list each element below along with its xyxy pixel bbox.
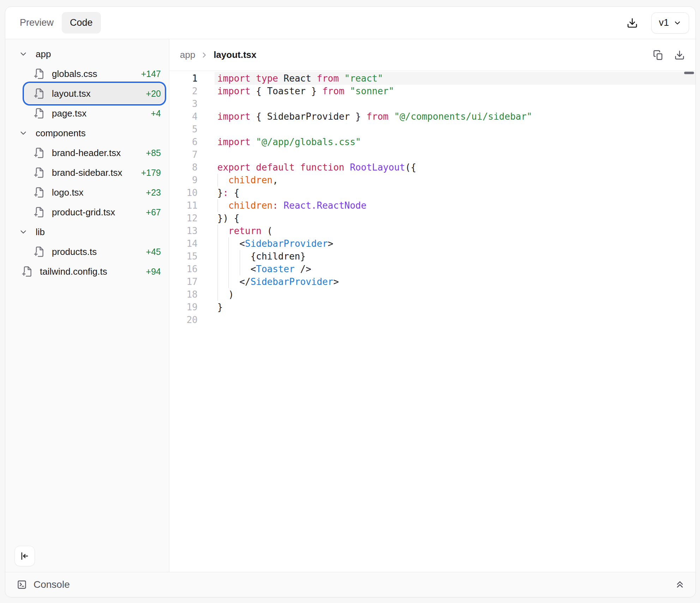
- line-content: </SidebarProvider>: [215, 275, 695, 288]
- line-content: import { SidebarProvider } from "@/compo…: [215, 110, 695, 123]
- line-content: export default function RootLayout({: [215, 161, 695, 174]
- indent-guide: [217, 288, 228, 301]
- collapse-sidebar-button[interactable]: [14, 546, 35, 566]
- line-content: <Toaster />: [215, 263, 695, 275]
- folder-name: app: [36, 49, 51, 60]
- diff-added-badge: +67: [146, 207, 161, 217]
- code-line: 1import type React from "react": [169, 72, 695, 85]
- file-row-logo-tsx[interactable]: logo.tsx+23: [25, 183, 164, 202]
- scrollbar-thumb[interactable]: [684, 72, 694, 74]
- folder-row-lib[interactable]: lib: [5, 222, 164, 242]
- main-area: appglobals.css+147layout.tsx+20page.tsx+…: [5, 39, 695, 572]
- indent-guide: [217, 263, 228, 275]
- download-code-button[interactable]: [674, 50, 685, 60]
- code-line: 3: [169, 97, 695, 110]
- version-label: v1: [659, 17, 669, 28]
- terminal-icon: [17, 580, 27, 590]
- code-panel: app layout.tsx: [169, 39, 695, 572]
- file-row-product-grid-tsx[interactable]: product-grid.tsx+67: [25, 202, 164, 222]
- line-content: children,: [215, 174, 695, 186]
- line-number: 5: [169, 123, 198, 136]
- diff-added-badge: +20: [146, 89, 161, 99]
- line-number: 18: [169, 288, 198, 301]
- line-content: return (: [215, 225, 695, 237]
- line-content: ): [215, 288, 695, 301]
- file-plus-icon: [34, 88, 45, 99]
- line-content: <SidebarProvider>: [215, 237, 695, 250]
- diff-added-badge: +4: [151, 108, 161, 119]
- download-button[interactable]: [627, 17, 638, 29]
- copy-code-button[interactable]: [653, 50, 664, 60]
- file-name: products.ts: [52, 246, 97, 257]
- breadcrumb-folder[interactable]: app: [180, 49, 195, 60]
- line-number: 10: [169, 186, 198, 199]
- line-number: 3: [169, 97, 198, 110]
- code-line: 20: [169, 314, 695, 326]
- version-dropdown[interactable]: v1: [651, 12, 689, 34]
- file-row-products-ts[interactable]: products.ts+45: [25, 242, 164, 262]
- tab-code[interactable]: Code: [62, 12, 101, 34]
- file-name: globals.css: [52, 68, 97, 79]
- file-name: brand-sidebar.tsx: [52, 167, 122, 178]
- file-name: tailwind.config.ts: [40, 266, 107, 277]
- file-row-globals-css[interactable]: globals.css+147: [25, 64, 164, 84]
- panel-collapse-left-icon: [20, 551, 30, 561]
- code-line: 16<Toaster />: [169, 263, 695, 275]
- line-content: import { Toaster } from "sonner": [215, 85, 695, 97]
- line-number: 6: [169, 136, 198, 148]
- code-line: 9children,: [169, 174, 695, 186]
- download-icon: [674, 50, 685, 60]
- line-content: [215, 314, 695, 326]
- file-row-brand-header-tsx[interactable]: brand-header.tsx+85: [25, 143, 164, 163]
- top-toolbar: Preview Code v1: [5, 7, 695, 39]
- line-content: import type React from "react": [215, 72, 695, 85]
- file-row-tailwind-config-ts[interactable]: tailwind.config.ts+94: [16, 262, 164, 281]
- folder-row-components[interactable]: components: [5, 123, 164, 143]
- code-editor: 1import type React from "react"2import {…: [169, 71, 695, 572]
- indent-guide: [217, 237, 228, 250]
- diff-added-badge: +179: [141, 168, 161, 178]
- file-row-brand-sidebar-tsx[interactable]: brand-sidebar.tsx+179: [25, 163, 164, 183]
- chevrons-up-icon[interactable]: [675, 580, 685, 590]
- file-name: product-grid.tsx: [52, 207, 115, 218]
- line-content: [215, 148, 695, 161]
- indent-guide: [217, 174, 228, 186]
- folder-row-app[interactable]: app: [5, 44, 164, 64]
- code-line: 11children: React.ReactNode: [169, 199, 695, 212]
- file-plus-icon: [34, 108, 45, 119]
- line-content: }: [215, 301, 695, 314]
- line-number: 1: [169, 72, 198, 85]
- indent-guide: [240, 263, 251, 275]
- line-content: [215, 123, 695, 136]
- indent-guide: [228, 237, 239, 250]
- console-bar[interactable]: Console: [5, 572, 695, 597]
- breadcrumb-file: layout.tsx: [213, 49, 256, 60]
- line-number: 20: [169, 314, 198, 326]
- code-line: 13return (: [169, 225, 695, 237]
- indent-guide: [228, 263, 239, 275]
- line-number: 14: [169, 237, 198, 250]
- diff-added-badge: +94: [146, 267, 161, 277]
- file-plus-icon: [34, 207, 45, 218]
- code-header: app layout.tsx: [169, 39, 695, 71]
- line-content: children: React.ReactNode: [215, 199, 695, 212]
- file-row-layout-tsx[interactable]: layout.tsx+20: [25, 84, 164, 103]
- file-tree: appglobals.css+147layout.tsx+20page.tsx+…: [5, 39, 169, 572]
- line-number: 15: [169, 250, 198, 263]
- download-icon: [627, 17, 638, 29]
- file-name: logo.tsx: [52, 187, 84, 198]
- tab-preview[interactable]: Preview: [12, 12, 62, 34]
- code-line: 12}) {: [169, 212, 695, 225]
- chevron-down-icon: [673, 19, 682, 27]
- line-number: 4: [169, 110, 198, 123]
- chevron-down-icon: [19, 49, 28, 59]
- indent-guide: [217, 225, 228, 237]
- code-lines: 1import type React from "react"2import {…: [169, 72, 695, 326]
- console-label: Console: [34, 579, 70, 590]
- toolbar-actions: v1: [627, 12, 689, 34]
- file-tree-sidebar: appglobals.css+147layout.tsx+20page.tsx+…: [5, 39, 169, 572]
- file-name: page.tsx: [52, 108, 86, 119]
- code-header-actions: [653, 50, 685, 60]
- file-row-page-tsx[interactable]: page.tsx+4: [25, 103, 164, 123]
- diff-added-badge: +85: [146, 148, 161, 158]
